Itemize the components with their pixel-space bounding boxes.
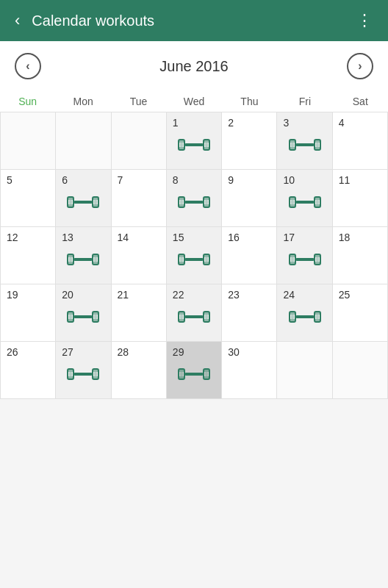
- day-number: 11: [339, 174, 351, 186]
- day-number: 5: [7, 174, 12, 186]
- next-month-button[interactable]: ›: [347, 53, 373, 79]
- day-number: 30: [228, 346, 240, 358]
- calendar-day[interactable]: 22: [167, 284, 222, 342]
- svg-rect-3: [179, 147, 184, 150]
- day-header-mon: Mon: [55, 91, 110, 112]
- day-number: 23: [228, 289, 240, 301]
- calendar-day[interactable]: 8: [167, 170, 222, 227]
- calendar-day[interactable]: 4: [333, 112, 388, 170]
- calendar-day[interactable]: 21: [112, 284, 167, 342]
- app-header: ‹ Calendar workouts ⋮: [0, 0, 388, 41]
- workout-dumbbell-icon: [289, 249, 321, 273]
- calendar-day[interactable]: 10: [277, 170, 332, 227]
- calendar-day[interactable]: 12: [1, 227, 56, 284]
- workout-dumbbell-icon: [67, 364, 99, 387]
- svg-rect-105: [94, 372, 97, 376]
- svg-rect-84: [179, 319, 184, 322]
- svg-rect-19: [69, 200, 72, 204]
- svg-rect-75: [68, 319, 73, 322]
- month-label: June 2016: [159, 58, 228, 75]
- calendar-day[interactable]: 3: [277, 112, 332, 170]
- svg-rect-35: [204, 204, 209, 207]
- svg-rect-109: [180, 372, 183, 376]
- calendar-day[interactable]: 20: [56, 284, 111, 342]
- workout-dumbbell-icon: [178, 192, 210, 215]
- calendar-day[interactable]: 24: [277, 284, 332, 342]
- calendar-day[interactable]: 2: [222, 112, 277, 170]
- day-number: 26: [7, 346, 18, 358]
- day-number: 25: [339, 289, 351, 301]
- workout-dumbbell-icon: [178, 249, 210, 273]
- calendar-day[interactable]: 25: [333, 284, 388, 342]
- calendar-day[interactable]: 9: [222, 170, 277, 227]
- svg-rect-38: [290, 197, 295, 200]
- svg-rect-82: [180, 315, 183, 319]
- svg-rect-93: [290, 319, 295, 322]
- back-button[interactable]: ‹: [9, 5, 26, 36]
- svg-rect-24: [94, 200, 97, 204]
- day-number: 4: [339, 117, 345, 129]
- day-number: 27: [62, 346, 73, 358]
- calendar-day[interactable]: 26: [1, 342, 56, 399]
- calendar-day[interactable]: [333, 342, 388, 399]
- day-header-tue: Tue: [111, 91, 166, 112]
- svg-rect-67: [295, 258, 315, 261]
- svg-rect-10: [291, 143, 294, 147]
- calendar-day[interactable]: 17: [277, 227, 332, 284]
- calendar-container: ‹ June 2016 › Sun Mon Tue Wed Thu Fri Sa…: [0, 41, 388, 399]
- calendar-day[interactable]: 30: [222, 342, 277, 399]
- calendar-day[interactable]: 15: [167, 227, 222, 284]
- day-number: 6: [62, 174, 68, 186]
- workout-dumbbell-icon: [178, 364, 210, 387]
- svg-rect-29: [179, 197, 184, 200]
- day-headers: Sun Mon Tue Wed Thu Fri Sat: [0, 91, 388, 112]
- svg-rect-96: [316, 315, 319, 319]
- calendar-day[interactable]: 7: [112, 170, 167, 227]
- calendar-day[interactable]: 13: [56, 227, 111, 284]
- svg-rect-55: [180, 257, 183, 262]
- svg-rect-15: [316, 143, 319, 147]
- svg-rect-111: [179, 376, 184, 379]
- calendar-day[interactable]: 6: [56, 170, 111, 227]
- calendar-day[interactable]: [56, 112, 111, 170]
- svg-rect-65: [290, 254, 295, 257]
- day-number: 3: [283, 117, 289, 129]
- svg-rect-34: [204, 197, 209, 200]
- svg-rect-62: [204, 262, 209, 265]
- calendar-day[interactable]: [1, 112, 56, 170]
- svg-rect-69: [316, 257, 319, 262]
- day-number: 9: [228, 174, 234, 186]
- svg-rect-97: [315, 312, 320, 315]
- calendar-day[interactable]: [277, 342, 332, 399]
- calendar-day[interactable]: 5: [1, 170, 56, 227]
- menu-button[interactable]: ⋮: [351, 5, 379, 36]
- calendar-day[interactable]: 14: [112, 227, 167, 284]
- svg-rect-42: [316, 200, 319, 204]
- svg-rect-2: [179, 140, 184, 143]
- svg-rect-7: [204, 140, 209, 143]
- svg-rect-57: [179, 262, 184, 265]
- calendar-day[interactable]: 29: [167, 342, 222, 399]
- svg-rect-85: [184, 315, 204, 318]
- svg-rect-12: [290, 147, 295, 150]
- svg-rect-60: [205, 257, 208, 262]
- prev-month-button[interactable]: ‹: [15, 53, 41, 79]
- svg-rect-20: [68, 197, 73, 200]
- calendar-day[interactable]: [112, 112, 167, 170]
- calendar-day[interactable]: 23: [222, 284, 277, 342]
- svg-rect-61: [204, 254, 209, 257]
- day-number: 19: [7, 289, 18, 301]
- svg-rect-52: [93, 254, 98, 257]
- calendar-day[interactable]: 11: [333, 170, 388, 227]
- calendar-day[interactable]: 28: [112, 342, 167, 399]
- calendar-day[interactable]: 18: [333, 227, 388, 284]
- svg-rect-43: [315, 197, 320, 200]
- svg-rect-116: [204, 376, 209, 379]
- calendar-day[interactable]: 1: [167, 112, 222, 170]
- calendar-day[interactable]: 27: [56, 342, 111, 399]
- svg-rect-58: [184, 258, 204, 261]
- day-number: 22: [173, 289, 184, 301]
- calendar-day[interactable]: 16: [222, 227, 277, 284]
- svg-rect-79: [93, 312, 98, 315]
- calendar-day[interactable]: 19: [1, 284, 56, 342]
